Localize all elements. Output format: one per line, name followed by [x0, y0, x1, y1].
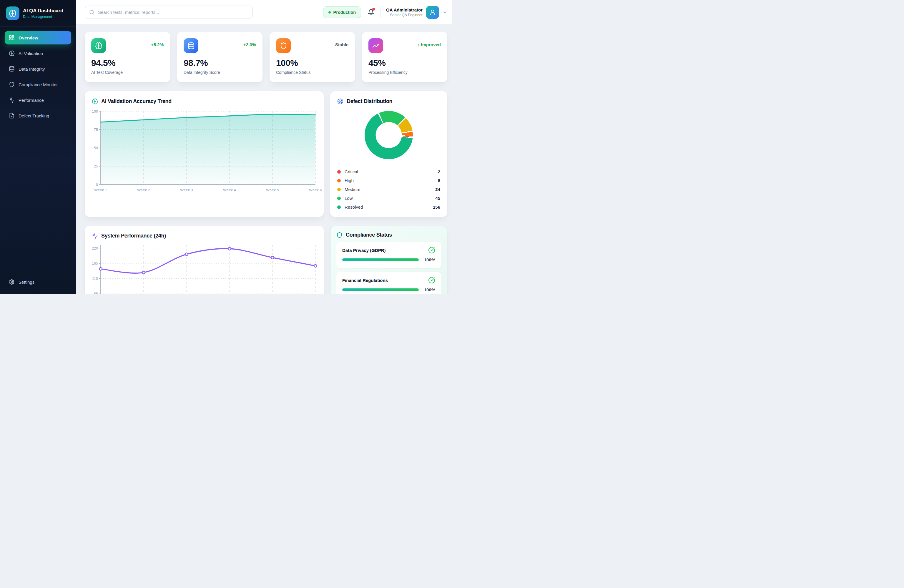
- sidebar-item-ai-validation[interactable]: AI Validation: [5, 46, 71, 60]
- environment-badge[interactable]: Production: [323, 6, 361, 18]
- stat-card-data-integrity-score: +2.3% 98.7% Data Integrity Score: [177, 32, 262, 82]
- svg-text:Week 3: Week 3: [180, 188, 193, 192]
- stat-label: Processing Efficiency: [368, 70, 441, 75]
- compliance-item-name: Financial Regulations: [342, 278, 388, 283]
- legend-value: 45: [435, 196, 440, 201]
- performance-line-chart: 55110165220: [87, 242, 322, 294]
- status-dot-icon: [329, 11, 331, 14]
- sidebar-footer: Settings: [0, 271, 76, 294]
- svg-text:50: 50: [94, 146, 98, 150]
- brain-icon: [9, 9, 16, 17]
- chart-title: Defect Distribution: [347, 98, 392, 104]
- chart-title: System Performance (24h): [101, 233, 166, 239]
- defect-legend: Critical 2 High 8 Medium 24 Low 45 Resol…: [337, 169, 440, 210]
- legend-value: 24: [435, 187, 440, 192]
- defect-distribution-card: Defect Distribution Critical 2 High 8 Me…: [330, 91, 447, 217]
- search-input[interactable]: [85, 6, 253, 19]
- accuracy-trend-card: AI Validation Accuracy Trend 0255075100W…: [85, 91, 324, 217]
- user-menu[interactable]: QA Administrator Senior QA Engineer: [386, 6, 447, 19]
- sidebar-item-label: Settings: [19, 280, 35, 285]
- activity-icon: [92, 233, 98, 239]
- compliance-item: Financial Regulations 100%: [337, 272, 441, 294]
- legend-row: Medium 24: [337, 187, 440, 192]
- environment-label: Production: [333, 10, 356, 15]
- sidebar-item-settings[interactable]: Settings: [5, 275, 71, 289]
- svg-text:220: 220: [92, 246, 98, 250]
- shield-icon: [9, 82, 15, 87]
- stat-card-processing-efficiency: ↑ Improved 45% Processing Efficiency: [362, 32, 447, 82]
- progress-fill: [342, 258, 419, 261]
- sidebar-item-label: AI Validation: [19, 51, 43, 56]
- svg-text:Week 4: Week 4: [223, 188, 236, 192]
- activity-icon: [9, 97, 15, 103]
- legend-row: Critical 2: [337, 169, 440, 174]
- stat-card-ai-test-coverage: +5.2% 94.5% AI Test Coverage: [85, 32, 170, 82]
- brain-icon: [91, 38, 106, 53]
- sidebar-item-label: Overview: [19, 35, 38, 40]
- stat-delta: +2.3%: [243, 42, 256, 47]
- legend-value: 8: [438, 178, 440, 183]
- compliance-item: Data Privacy (GDPR) 100%: [337, 242, 441, 268]
- chevron-down-icon: [443, 10, 447, 15]
- sidebar-item-compliance-monitor[interactable]: Compliance Monitor: [5, 78, 71, 91]
- defect-donut-chart: [365, 111, 413, 159]
- main-content: +5.2% 94.5% AI Test Coverage +2.3% 98.7%…: [76, 25, 452, 294]
- legend-row: High 8: [337, 178, 440, 183]
- app-subtitle: Data Management: [23, 15, 63, 19]
- stats-row: +5.2% 94.5% AI Test Coverage +2.3% 98.7%…: [85, 32, 447, 82]
- topbar-divider: [381, 6, 381, 18]
- compliance-status-panel: Compliance Status Data Privacy (GDPR) 10…: [330, 226, 447, 294]
- shield-icon: [276, 38, 291, 53]
- notifications-button[interactable]: [367, 8, 375, 17]
- svg-text:Week 2: Week 2: [137, 188, 150, 192]
- stat-label: AI Test Coverage: [91, 70, 164, 75]
- svg-text:75: 75: [94, 128, 98, 132]
- search-icon: [89, 10, 95, 15]
- stat-card-compliance-status: Stable 100% Compliance Status: [270, 32, 355, 82]
- sidebar-item-performance[interactable]: Performance: [5, 93, 71, 107]
- gear-icon: [9, 279, 15, 285]
- stat-delta: Stable: [335, 42, 348, 47]
- avatar: [426, 6, 439, 19]
- sidebar-item-overview[interactable]: Overview: [5, 31, 71, 44]
- search-box: [85, 6, 253, 19]
- topbar: Production QA Administrator Senior QA En…: [76, 0, 452, 25]
- progress-percent: 100%: [422, 287, 435, 292]
- unread-notification-dot: [372, 8, 375, 11]
- compliance-item-name: Data Privacy (GDPR): [342, 248, 386, 253]
- progress-percent: 100%: [422, 257, 435, 262]
- stat-delta: +5.2%: [151, 42, 164, 47]
- sidebar-nav: Overview AI Validation Data Integrity Co…: [0, 27, 76, 126]
- system-performance-card: System Performance (24h) 55110165220: [85, 226, 324, 294]
- accuracy-area-chart: 0255075100Week 1Week 2Week 3Week 4Week 5…: [87, 107, 322, 197]
- chart-title: AI Validation Accuracy Trend: [101, 98, 172, 104]
- svg-text:Week 6: Week 6: [309, 188, 322, 192]
- stat-label: Compliance Status: [276, 70, 348, 75]
- check-circle-icon: [428, 247, 435, 254]
- sidebar-item-data-integrity[interactable]: Data Integrity: [5, 62, 71, 76]
- legend-dot-icon: [337, 170, 341, 174]
- svg-text:0: 0: [96, 183, 98, 187]
- brain-icon: [9, 50, 15, 56]
- sidebar-item-label: Defect Tracking: [19, 113, 49, 118]
- progress-track: [342, 258, 419, 261]
- user-name: QA Administrator: [386, 7, 423, 13]
- svg-text:100: 100: [92, 109, 98, 114]
- svg-text:110: 110: [92, 277, 98, 281]
- panel-title: Compliance Status: [346, 232, 392, 238]
- sidebar: AI QA Dashboard Data Management Overview…: [0, 0, 76, 294]
- svg-text:Week 1: Week 1: [94, 188, 107, 192]
- trending-up-icon: [368, 38, 383, 53]
- progress-track: [342, 288, 419, 291]
- legend-dot-icon: [337, 205, 341, 209]
- user-role: Senior QA Engineer: [386, 13, 423, 17]
- sidebar-item-defect-tracking[interactable]: Defect Tracking: [5, 109, 71, 122]
- charts-row: AI Validation Accuracy Trend 0255075100W…: [85, 91, 447, 217]
- shield-icon: [337, 232, 343, 238]
- user-icon: [429, 9, 436, 16]
- legend-label: Medium: [345, 187, 360, 192]
- legend-dot-icon: [337, 179, 341, 182]
- stat-delta: ↑ Improved: [417, 42, 441, 47]
- legend-value: 156: [433, 204, 440, 210]
- app-logo: [6, 6, 19, 20]
